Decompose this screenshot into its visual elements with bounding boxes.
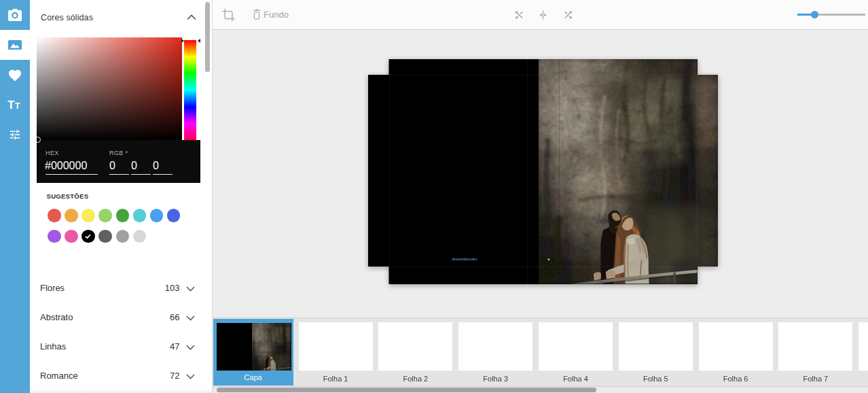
svg-text:T: T: [7, 99, 15, 111]
svg-text:T: T: [15, 101, 20, 111]
